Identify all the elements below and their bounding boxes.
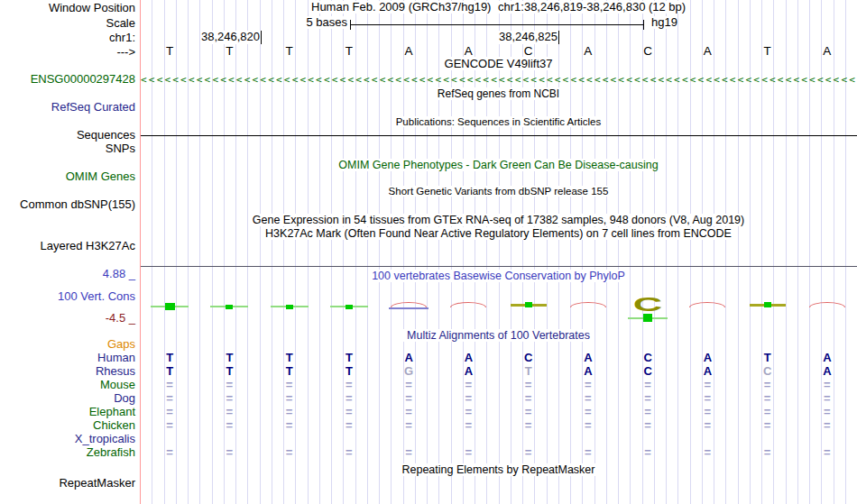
alignment-cell: = [677,446,737,459]
base-letter: C [499,45,558,58]
alignment-cell: = [319,419,379,432]
track-title-conservation[interactable]: 100 vertebrates Basewise Conservation by… [140,270,857,282]
track-title-repeatmasker[interactable]: Repeating Elements by RepeatMasker [140,463,857,476]
alignment-cell: = [199,419,259,432]
alignment-cell: = [738,419,797,432]
label-omim-genes[interactable]: OMIM Genes [64,170,135,183]
cons-neg-arch [450,302,486,307]
alignment-cell: = [618,406,677,418]
base-letter: T [738,45,797,58]
base-letter: C [618,45,677,58]
label-sequences[interactable]: Sequences [75,129,135,142]
alignment-cell: = [499,446,558,459]
alignment-cell: A [677,352,737,364]
label-common-dbsnp[interactable]: Common dbSNP(155) [18,198,135,211]
label-snps[interactable]: SNPs [104,142,135,155]
alignment-cell: = [199,392,259,405]
alignment-cell: = [738,406,797,418]
track-title-text: Multiz Alignments of 100 Vertebrates [403,329,594,342]
alignment-cell: T [319,352,379,364]
alignment-cell: = [499,379,558,391]
track-title-dbsnp[interactable]: Short Genetic Variants from dbSNP releas… [140,185,857,197]
scale-bar [350,24,643,25]
alignment-cell: = [797,446,857,459]
alignment-cell: = [319,406,379,418]
alignment-cell: = [738,446,797,459]
alignment-cell: = [618,419,677,432]
alignment-cell: = [558,419,618,432]
track-title-gtex[interactable]: Gene Expression in 54 tissues from GTEx … [140,214,857,226]
track-title-gencode[interactable]: GENCODE V49lift37 [140,58,857,70]
alignment-cell: T [199,352,259,364]
label-vert-cons[interactable]: 100 Vert. Cons [56,290,135,303]
alignment-cell: C [499,352,558,364]
alignment-cell: = [499,419,558,432]
gencode-gene-strand-arrows[interactable]: <<<<<<<<<<<<<<<<<<<<<<<<<<<<<<<<<<<<<<<<… [141,74,856,86]
alignment-cell: A [438,352,498,364]
label-window-position: Window Position [47,2,135,14]
label-gencode-gene[interactable]: ENSG00000297428 [29,73,135,86]
label-species-mouse[interactable]: Mouse [98,379,135,391]
label-species-rhesus[interactable]: Rhesus [94,365,135,378]
alignment-cell: T [319,365,379,378]
window-position-range: chr1:38,246,819-38,246,830 (12 bp) [498,1,686,14]
alignment-cell: A [379,352,438,364]
alignment-cell: = [260,406,319,418]
alignment-cell: = [438,419,498,432]
alignment-cell: T [260,365,319,378]
alignment-cell: = [319,392,379,405]
track-title-text: 100 vertebrates Basewise Conservation by… [368,270,629,282]
track-title-multiz[interactable]: Multiz Alignments of 100 Vertebrates [140,329,857,342]
label-species-x_tropicalis[interactable]: X_tropicalis [73,433,135,445]
alignment-cell: A [797,352,857,364]
label-direction-arrows: ---> [115,46,135,59]
alignment-cell: = [199,446,259,459]
track-title-omim[interactable]: OMIM Gene Phenotypes - Dark Green Can Be… [140,159,857,171]
alignment-cell: = [618,379,677,391]
scale-bar-left-tick [350,20,351,30]
scale-bar-right-tick [643,20,644,30]
track-title-h3k27ac[interactable]: H3K27Ac Mark (Often Found Near Active Re… [140,227,857,240]
track-title-text: Short Genetic Variants from dbSNP releas… [385,186,613,197]
cons-score-box [165,303,175,310]
alignment-cell: T [499,365,558,378]
track-title-refseq[interactable]: RefSeq genes from NCBI [140,87,857,100]
alignment-cell: = [738,379,797,391]
label-refseq-curated[interactable]: RefSeq Curated [50,101,135,114]
cons-underline [389,307,428,309]
label-species-gaps[interactable]: Gaps [106,338,135,351]
coordinate-label-1: 38,246,825 [499,31,559,44]
sequences-track-line [141,135,857,136]
track-title-text: Publications: Sequences in Scientific Ar… [392,116,605,127]
conservation-track-topline [141,266,857,267]
coordinate-label-0: 38,246,820 [201,31,262,44]
cons-score-box [643,314,652,322]
alignment-cell: = [379,446,438,459]
label-species-elephant[interactable]: Elephant [88,406,135,418]
label-species-human[interactable]: Human [96,352,135,364]
alignment-cell: = [260,419,319,432]
label-chrom: chr1: [107,32,135,44]
alignment-cell: = [140,446,199,459]
track-title-publications[interactable]: Publications: Sequences in Scientific Ar… [140,115,857,128]
label-repeatmasker[interactable]: RepeatMasker [57,477,135,490]
alignment-cell: = [618,446,677,459]
label-cons-max: 4.88 _ [101,268,135,280]
alignment-cell: = [140,379,199,391]
label-species-zebrafish[interactable]: Zebrafish [85,446,135,459]
cons-neg-arch [689,302,725,307]
label-species-dog[interactable]: Dog [112,392,135,405]
alignment-cell: = [140,419,199,432]
alignment-cell: = [618,392,677,405]
alignment-cell: T [260,352,319,364]
alignment-cell: C [738,365,797,378]
alignment-cell: = [260,379,319,391]
alignment-cell: G [379,365,438,378]
alignment-cell: A [797,365,857,378]
label-layered-h3k27ac[interactable]: Layered H3K27Ac [38,240,135,252]
base-letter: T [140,45,199,58]
alignment-cell: = [677,406,737,418]
base-letter: A [438,45,498,58]
alignment-cell: = [438,379,498,391]
label-species-chicken[interactable]: Chicken [91,419,135,432]
